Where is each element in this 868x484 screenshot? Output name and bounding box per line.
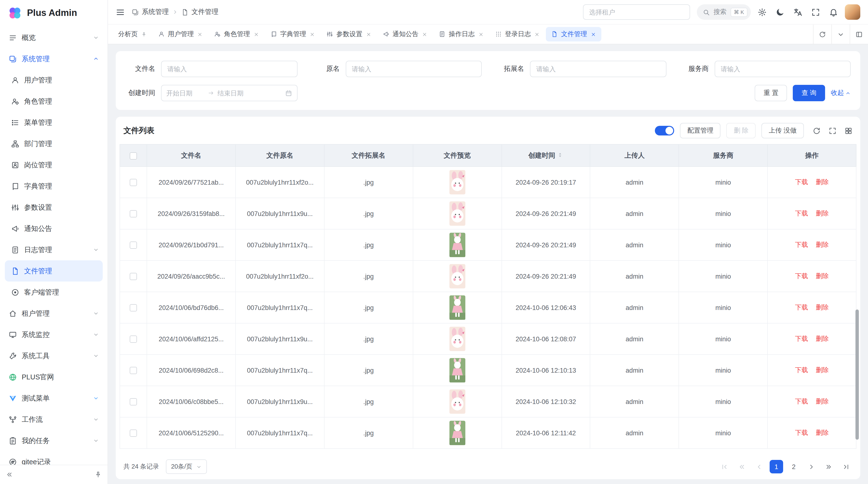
download-link[interactable]: 下载 bbox=[795, 241, 808, 248]
pin-sidebar-icon[interactable] bbox=[94, 471, 102, 478]
download-link[interactable]: 下载 bbox=[795, 179, 808, 186]
moon-icon[interactable] bbox=[775, 7, 784, 17]
next-group-button[interactable] bbox=[822, 460, 835, 474]
tab-login-log[interactable]: 登录日志 bbox=[490, 27, 545, 41]
row-checkbox[interactable] bbox=[130, 241, 137, 249]
sidebar-item-dept-management[interactable]: 部门管理 bbox=[5, 133, 103, 154]
sort-icon[interactable] bbox=[557, 151, 563, 158]
search-button[interactable]: 查 询 bbox=[793, 85, 825, 101]
file-preview-thumbnail[interactable] bbox=[449, 201, 465, 226]
column-header[interactable]: 创建时间 bbox=[501, 144, 590, 167]
close-tab-icon[interactable] bbox=[197, 32, 203, 37]
row-checkbox[interactable] bbox=[130, 367, 137, 374]
original-name-input[interactable] bbox=[345, 61, 482, 77]
sidebar-item-gitee-log[interactable]: gitee记录 bbox=[5, 451, 103, 465]
sidebar-item-my-tasks[interactable]: 我的任务 bbox=[5, 430, 103, 451]
close-tab-icon[interactable] bbox=[534, 32, 539, 37]
page-size-select[interactable]: 20条/页 bbox=[166, 459, 207, 474]
tab-operation-log[interactable]: 操作日志 bbox=[434, 27, 489, 41]
file-preview-thumbnail[interactable] bbox=[449, 232, 465, 257]
prev-page-button[interactable] bbox=[752, 460, 766, 474]
translate-icon[interactable] bbox=[793, 7, 802, 17]
sidebar-item-system[interactable]: 系统管理 bbox=[5, 48, 103, 69]
sidebar-item-role-management[interactable]: 角色管理 bbox=[5, 91, 103, 112]
tabbar-op[interactable] bbox=[831, 25, 850, 44]
provider-input[interactable] bbox=[714, 61, 850, 77]
sidebar-item-notice[interactable]: 通知公告 bbox=[5, 218, 103, 239]
tab-notice[interactable]: 通知公告 bbox=[377, 27, 433, 41]
collapse-sidebar-icon[interactable] bbox=[6, 471, 13, 478]
sidebar-item-test-menu[interactable]: 测试菜单 bbox=[5, 388, 103, 409]
select-all-checkbox[interactable] bbox=[130, 152, 137, 160]
hamburger-icon[interactable] bbox=[116, 7, 125, 17]
collapse-filters-link[interactable]: 收起 bbox=[831, 89, 850, 97]
close-tab-icon[interactable] bbox=[590, 32, 596, 37]
tab-param-settings[interactable]: 参数设置 bbox=[321, 27, 376, 41]
end-date-input[interactable] bbox=[217, 90, 256, 97]
toggle-switch[interactable] bbox=[655, 126, 674, 135]
download-link[interactable]: 下载 bbox=[795, 210, 808, 217]
file-preview-thumbnail[interactable] bbox=[449, 358, 465, 383]
next-page-button[interactable] bbox=[804, 460, 818, 474]
tab-dict-management[interactable]: 字典管理 bbox=[265, 27, 320, 41]
tab-file-management[interactable]: 文件管理 bbox=[546, 27, 601, 41]
upload-button[interactable]: 上传 没做 bbox=[762, 123, 804, 138]
sidebar-item-file-management[interactable]: 文件管理 bbox=[5, 260, 103, 282]
row-checkbox[interactable] bbox=[130, 304, 137, 312]
delete-link[interactable]: 删除 bbox=[816, 429, 829, 436]
file-preview-thumbnail[interactable] bbox=[449, 295, 465, 320]
download-link[interactable]: 下载 bbox=[795, 429, 808, 436]
breadcrumb-item[interactable]: 文件管理 bbox=[181, 8, 218, 17]
row-checkbox[interactable] bbox=[130, 210, 137, 218]
close-tab-icon[interactable] bbox=[422, 32, 427, 37]
close-tab-icon[interactable] bbox=[310, 32, 315, 37]
sidebar-item-menu-management[interactable]: 菜单管理 bbox=[5, 112, 103, 133]
tab-user-management[interactable]: 用户管理 bbox=[153, 27, 208, 41]
fullscreen-icon[interactable] bbox=[829, 127, 837, 135]
refresh-icon[interactable] bbox=[812, 127, 821, 135]
sidebar-item-client-management[interactable]: 客户端管理 bbox=[5, 282, 103, 303]
last-page-button[interactable] bbox=[839, 460, 852, 474]
bell-icon[interactable] bbox=[829, 7, 838, 17]
sidebar-item-plus-website[interactable]: PLUS官网 bbox=[5, 366, 103, 388]
prev-group-button[interactable] bbox=[735, 460, 748, 474]
delete-link[interactable]: 删除 bbox=[816, 398, 829, 405]
first-page-button[interactable] bbox=[717, 460, 731, 474]
start-date-input[interactable] bbox=[166, 90, 205, 97]
tabbar-op[interactable] bbox=[850, 25, 868, 44]
gear-icon[interactable] bbox=[757, 7, 767, 17]
sidebar-item-post-management[interactable]: 岗位管理 bbox=[5, 154, 103, 175]
tabbar-op[interactable] bbox=[813, 25, 831, 44]
global-search-button[interactable]: 搜索 ⌘ K bbox=[696, 4, 751, 20]
page-button-2[interactable]: 2 bbox=[787, 460, 801, 474]
page-button-1[interactable]: 1 bbox=[770, 460, 783, 474]
reset-button[interactable]: 重 置 bbox=[755, 85, 787, 101]
file-preview-thumbnail[interactable] bbox=[449, 264, 465, 289]
pin-icon[interactable] bbox=[141, 32, 146, 37]
sidebar-item-log-management[interactable]: 日志管理 bbox=[5, 239, 103, 260]
delete-link[interactable]: 删除 bbox=[816, 210, 829, 217]
row-checkbox[interactable] bbox=[130, 335, 137, 343]
file-preview-thumbnail[interactable] bbox=[449, 170, 465, 195]
file-preview-thumbnail[interactable] bbox=[449, 420, 465, 445]
delete-link[interactable]: 删除 bbox=[816, 241, 829, 248]
grid-icon[interactable] bbox=[844, 127, 852, 135]
row-checkbox[interactable] bbox=[130, 398, 137, 406]
delete-link[interactable]: 删除 bbox=[816, 366, 829, 374]
file-name-input[interactable] bbox=[161, 61, 297, 77]
close-tab-icon[interactable] bbox=[253, 32, 259, 37]
row-checkbox[interactable] bbox=[130, 179, 137, 186]
avatar[interactable] bbox=[845, 4, 860, 20]
tenant-select-input[interactable] bbox=[583, 4, 690, 20]
sidebar-item-dict-management[interactable]: 字典管理 bbox=[5, 175, 103, 197]
sidebar-item-workflow[interactable]: 工作流 bbox=[5, 409, 103, 430]
fullscreen-icon[interactable] bbox=[811, 7, 820, 17]
extension-input[interactable] bbox=[530, 61, 666, 77]
file-preview-thumbnail[interactable] bbox=[449, 326, 465, 351]
tab-analysis[interactable]: 分析页 bbox=[113, 27, 152, 41]
sidebar-item-user-management[interactable]: 用户管理 bbox=[5, 69, 103, 91]
delete-button[interactable]: 删 除 bbox=[726, 123, 756, 138]
sidebar-item-system-monitor[interactable]: 系统监控 bbox=[5, 324, 103, 345]
tab-role-management[interactable]: 角色管理 bbox=[209, 27, 264, 41]
sidebar-item-param-settings[interactable]: 参数设置 bbox=[5, 197, 103, 218]
